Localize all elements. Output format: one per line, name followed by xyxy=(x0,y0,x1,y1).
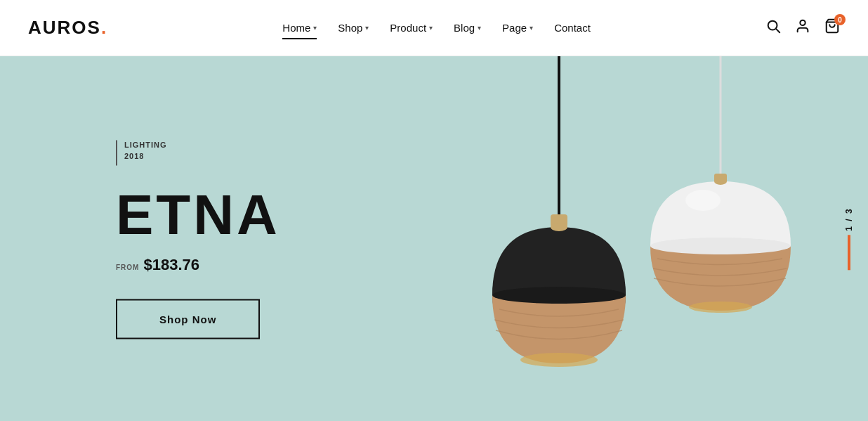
svg-point-15 xyxy=(650,238,791,254)
nav-item-blog[interactable]: Blog ▾ xyxy=(445,18,489,38)
svg-point-14 xyxy=(689,302,752,313)
category-label: LIGHTING xyxy=(124,138,167,150)
hero-price: FROM $183.76 xyxy=(116,255,280,273)
chevron-down-icon: ▾ xyxy=(365,24,369,32)
slide-separator: / xyxy=(844,217,854,221)
slide-numbers: 1 / 3 xyxy=(844,207,854,231)
hero-category-text: LIGHTING 2018 xyxy=(124,138,167,162)
price-from-label: FROM xyxy=(116,263,139,271)
nav-label-page: Page xyxy=(502,22,527,34)
nav-label-home: Home xyxy=(282,22,310,34)
logo-text: AUROS xyxy=(28,17,101,39)
chevron-down-icon: ▾ xyxy=(478,24,481,32)
nav-label-product: Product xyxy=(390,22,426,34)
svg-line-1 xyxy=(776,29,780,32)
svg-point-10 xyxy=(492,287,626,304)
nav-label-contact: Contact xyxy=(554,22,591,34)
shop-now-button[interactable]: Shop Now xyxy=(116,299,260,339)
hero-title: ETNA xyxy=(116,186,280,242)
svg-point-17 xyxy=(714,178,727,185)
chevron-down-icon: ▾ xyxy=(530,24,533,32)
account-button[interactable] xyxy=(795,18,810,37)
chevron-down-icon: ▾ xyxy=(313,24,317,32)
logo-dot: . xyxy=(101,17,107,39)
svg-point-9 xyxy=(520,353,598,367)
header-icons: 0 xyxy=(765,18,840,37)
nav-item-product[interactable]: Product ▾ xyxy=(381,18,441,38)
cart-button[interactable]: 0 xyxy=(824,18,840,37)
svg-point-16 xyxy=(685,190,721,211)
slide-indicator: 1 / 3 xyxy=(844,207,854,270)
logo[interactable]: AUROS . xyxy=(28,17,107,39)
nav-label-shop: Shop xyxy=(338,22,362,34)
svg-point-2 xyxy=(800,20,805,25)
slide-total: 3 xyxy=(844,207,854,214)
price-amount: $183.76 xyxy=(143,255,199,273)
chevron-down-icon: ▾ xyxy=(429,24,433,32)
nav-label-blog: Blog xyxy=(454,22,475,34)
nav-item-shop[interactable]: Shop ▾ xyxy=(329,18,377,38)
nav-item-page[interactable]: Page ▾ xyxy=(494,18,541,38)
hero-content: LIGHTING 2018 ETNA FROM $183.76 Shop Now xyxy=(116,138,280,339)
slide-progress-bar xyxy=(848,235,850,270)
hero-category: LIGHTING 2018 xyxy=(116,138,280,165)
cart-badge: 0 xyxy=(834,14,846,25)
slide-current: 1 xyxy=(844,225,854,231)
nav-item-home[interactable]: Home ▾ xyxy=(274,18,325,38)
svg-point-11 xyxy=(551,223,567,231)
category-year: 2018 xyxy=(124,150,167,162)
main-nav: Home ▾ Shop ▾ Product ▾ Blog ▾ Page ▾ Co… xyxy=(274,18,599,38)
hero-lamps-illustration xyxy=(306,56,868,421)
search-button[interactable] xyxy=(765,18,781,37)
nav-item-contact[interactable]: Contact xyxy=(546,18,599,38)
hero-section: LIGHTING 2018 ETNA FROM $183.76 Shop Now xyxy=(0,56,868,421)
category-bar xyxy=(116,140,117,165)
site-header: AUROS . Home ▾ Shop ▾ Product ▾ Blog ▾ P… xyxy=(0,0,868,56)
